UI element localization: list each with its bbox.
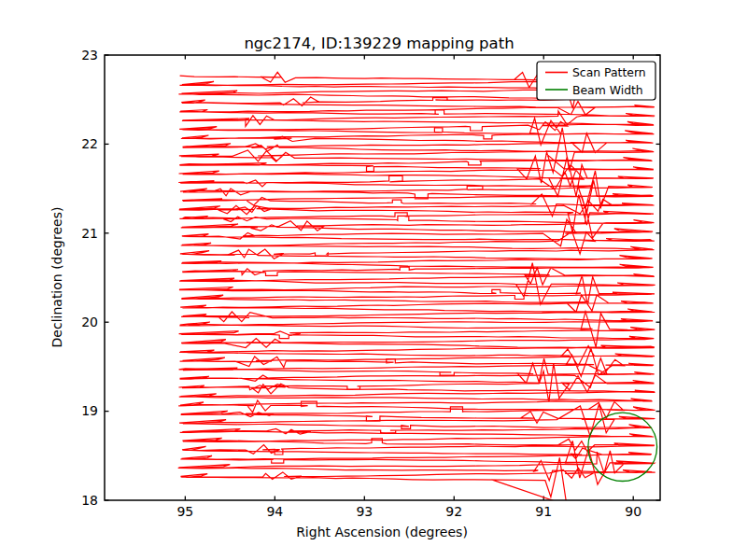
- y-tick-label: 22: [81, 136, 98, 151]
- y-tick-label: 19: [81, 403, 98, 418]
- legend: Scan Pattern Beam Width: [537, 62, 655, 100]
- y-tick-label: 23: [81, 48, 98, 63]
- y-axis-label: Declination (degrees): [49, 207, 64, 348]
- chart-svg: 959493929190181920212223 ngc2174, ID:139…: [0, 0, 747, 560]
- matplotlib-figure: 959493929190181920212223 ngc2174, ID:139…: [0, 0, 747, 560]
- x-axis-label: Right Ascension (degrees): [296, 525, 468, 539]
- x-tick-label: 92: [445, 504, 462, 519]
- chart-generated-content: 959493929190181920212223: [81, 48, 660, 519]
- x-tick-label: 94: [266, 504, 283, 519]
- x-tick-label: 95: [176, 504, 193, 519]
- legend-label-scan-pattern: Scan Pattern: [572, 65, 646, 79]
- y-tick-label: 21: [81, 226, 98, 241]
- x-tick-label: 90: [625, 504, 641, 519]
- y-tick-label: 18: [81, 493, 98, 508]
- x-tick-label: 91: [535, 504, 552, 519]
- x-tick-label: 93: [356, 504, 373, 519]
- y-tick-label: 20: [81, 315, 98, 329]
- chart-title: ngc2174, ID:139229 mapping path: [244, 35, 514, 52]
- scan-pattern-path: [178, 68, 655, 506]
- legend-label-beam-width: Beam Width: [572, 83, 643, 97]
